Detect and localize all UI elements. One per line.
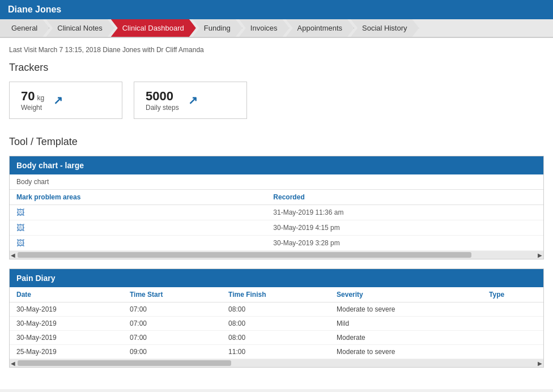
body-chart-subheader: Body chart [10,174,543,190]
body-chart-section: Body chart - large Body chart Mark probl… [9,156,544,259]
table-row: 🖼 30-May-2019 3:28 pm [10,236,543,251]
steps-trend-icon: ↗ [188,93,198,107]
table-row: 🖼 31-May-2019 11:36 am [10,205,543,220]
pain-diary-table: Date Time Start Time Finish Severity Typ… [10,287,543,359]
pain-date-2: 30-May-2019 [10,317,123,331]
pain-scrollbar-thumb[interactable] [18,360,231,366]
pain-start-4: 09:00 [123,345,222,359]
col-mark-problem-areas[interactable]: Mark problem areas [10,190,266,205]
pain-finish-2: 08:00 [222,317,330,331]
tracker-weight[interactable]: 70 kg Weight ↗ [9,82,122,119]
pain-finish-4: 11:00 [222,345,330,359]
pain-scroll-left-icon[interactable]: ◀ [11,360,15,367]
pain-type-1 [482,302,543,317]
scroll-right-icon[interactable]: ▶ [538,252,542,258]
body-chart-table: Mark problem areas Recorded 🖼 31-May-201… [10,190,543,251]
trackers-title: Trackers [9,62,544,74]
pain-finish-1: 08:00 [222,302,330,317]
main-container: Diane Jones General Clinical Notes Clini… [0,0,553,392]
tracker-weight-value: 70 [21,89,35,104]
col-date: Date [10,287,123,302]
body-chart-scrollbar[interactable]: ◀ ▶ [10,251,543,259]
pain-start-2: 07:00 [123,317,222,331]
pain-severity-3: Moderate [330,331,482,345]
tool-template-title: Tool / Template [9,136,544,148]
pain-type-2 [482,317,543,331]
pain-scroll-right-icon[interactable]: ▶ [538,360,542,367]
tab-clinical-notes[interactable]: Clinical Notes [46,19,114,37]
row-recorded-1: 31-May-2019 11:36 am [266,205,543,220]
col-time-start: Time Start [123,287,222,302]
tracker-steps[interactable]: 5000 Daily steps ↗ [134,82,247,119]
tracker-steps-value: 5000 [146,89,173,104]
trackers-row: 70 kg Weight ↗ 5000 Daily steps ↗ [9,82,544,119]
table-row: 🖼 30-May-2019 4:15 pm [10,220,543,236]
content-area: Last Visit March 7 13:15, 2018 Diane Jon… [0,38,553,389]
pain-date-4: 25-May-2019 [10,345,123,359]
row-recorded-2: 30-May-2019 4:15 pm [266,220,543,236]
scrollbar-thumb[interactable] [18,252,471,258]
body-chart-header: Body chart - large [10,156,543,174]
table-row: 30-May-2019 07:00 08:00 Mild [10,317,543,331]
tabs-bar: General Clinical Notes Clinical Dashboar… [0,19,553,38]
pain-start-3: 07:00 [123,331,222,345]
patient-header: Diane Jones [0,0,553,19]
table-row: 30-May-2019 07:00 08:00 Moderate [10,331,543,345]
row-img-icon: 🖼 [10,205,266,220]
pain-severity-4: Moderate to severe [330,345,482,359]
tab-general[interactable]: General [0,19,49,37]
tab-invoices[interactable]: Invoices [239,19,290,37]
col-time-finish: Time Finish [222,287,330,302]
col-recorded: Recorded [266,190,543,205]
tracker-steps-label: Daily steps [146,104,179,112]
pain-diary-scrollbar[interactable]: ◀ ▶ [10,359,543,367]
col-type: Type [482,287,543,302]
tab-social-history[interactable]: Social History [351,19,419,37]
pain-type-3 [482,331,543,345]
row-recorded-3: 30-May-2019 3:28 pm [266,236,543,251]
last-visit-text: Last Visit March 7 13:15, 2018 Diane Jon… [9,44,544,54]
table-row: 30-May-2019 07:00 08:00 Moderate to seve… [10,302,543,317]
pain-diary-section: Pain Diary Date Time Start Time Finish S… [9,269,544,368]
pain-finish-3: 08:00 [222,331,330,345]
tracker-weight-label: Weight [21,104,42,112]
col-severity: Severity [330,287,482,302]
scroll-left-icon[interactable]: ◀ [11,252,15,258]
pain-severity-2: Mild [330,317,482,331]
pain-start-1: 07:00 [123,302,222,317]
pain-diary-header: Pain Diary [10,269,543,287]
row-img-icon: 🖼 [10,236,266,251]
tab-clinical-dashboard[interactable]: Clinical Dashboard [111,19,196,37]
tracker-weight-unit: kg [37,94,44,102]
pain-severity-1: Moderate to severe [330,302,482,317]
tab-appointments[interactable]: Appointments [286,19,355,37]
tab-funding[interactable]: Funding [193,19,243,37]
tool-template-section: Tool / Template Body chart - large Body … [9,136,544,368]
tracker-steps-text: 5000 Daily steps [146,89,179,112]
row-img-icon: 🖼 [10,220,266,236]
pain-type-4 [482,345,543,359]
weight-trend-icon: ↗ [53,93,63,107]
patient-name: Diane Jones [8,5,61,15]
table-row: 25-May-2019 09:00 11:00 Moderate to seve… [10,345,543,359]
pain-date-1: 30-May-2019 [10,302,123,317]
tracker-weight-text: 70 kg Weight [21,89,44,112]
pain-date-3: 30-May-2019 [10,331,123,345]
